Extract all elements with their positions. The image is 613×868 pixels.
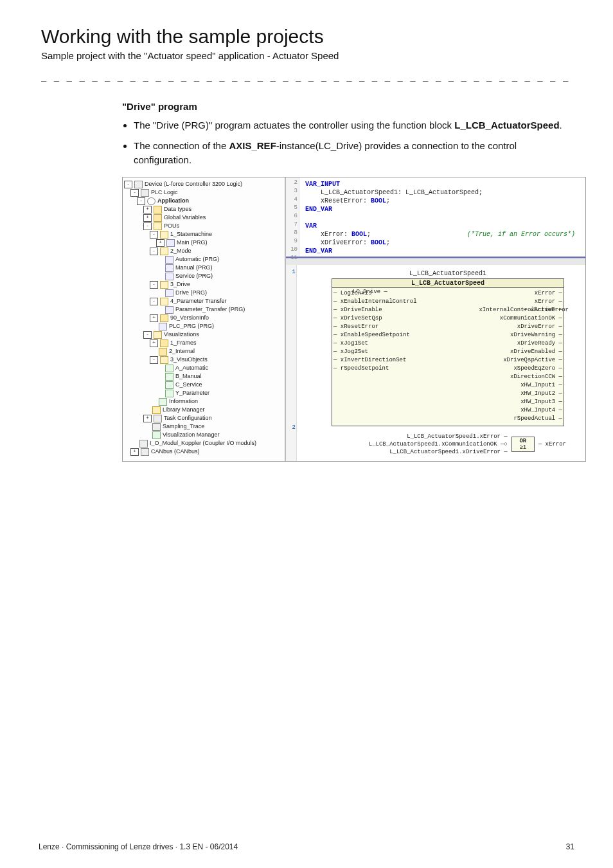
- page-title: Working with the sample projects: [41, 26, 574, 48]
- divider: _ _ _ _ _ _ _ _ _ _ _ _ _ _ _ _ _ _ _ _ …: [41, 73, 574, 83]
- tree-item: Drive (PRG): [124, 289, 283, 297]
- fb-inputs: — LogicAxis— xEnableInternalControl— xDr…: [333, 289, 417, 423]
- bullet-list: The "Drive (PRG)" program actuates the c…: [122, 118, 574, 167]
- tree-item: Manual (PRG): [124, 264, 283, 272]
- tree-item: +Data types: [124, 205, 283, 213]
- tree-item: 2_Internal: [124, 347, 283, 356]
- tree-item: Library Manager: [124, 406, 283, 414]
- fbd-pane: 1 2 LC_Drive — — xDriveError L_LCB_Actua…: [286, 265, 585, 461]
- tree-item: -POUs: [124, 222, 283, 230]
- tree-item: C_Service: [124, 381, 283, 389]
- tree-item: +90_VersionInfo: [124, 314, 283, 322]
- tree-item: Visualization Manager: [124, 431, 283, 439]
- fb-type: L_LCB_ActuatorSpeed: [332, 279, 564, 288]
- tree-item: -Visualizations: [124, 330, 283, 339]
- footer-pagenum: 31: [566, 842, 574, 851]
- tree-item: Service (PRG): [124, 272, 283, 280]
- tree-item: -Device (L-force Controller 3200 Logic): [124, 180, 283, 188]
- tree-item: B_Manual: [124, 372, 283, 381]
- tree-item: -2_Mode: [124, 247, 283, 255]
- tree-item: +Global Variables: [124, 213, 283, 222]
- declaration-code: VAR_INPUT L_LCB_ActuatorSpeed1: L_LCB_Ac…: [305, 180, 582, 255]
- bullet-1: The "Drive (PRG)" program actuates the c…: [134, 118, 574, 132]
- function-block: L_LCB_ActuatorSpeed — LogicAxis— xEnable…: [332, 278, 564, 426]
- page-subtitle: Sample project with the "Actuator speed"…: [41, 50, 574, 61]
- tree-item: Automatic (PRG): [124, 255, 283, 264]
- tree-item: Y_Parameter: [124, 389, 283, 397]
- tree-item: +1_Frames: [124, 339, 283, 347]
- tree-item: -4_Parameter Transfer: [124, 297, 283, 305]
- tree-item: -Application: [124, 197, 283, 205]
- tree-item: -3_Drive: [124, 280, 283, 289]
- splitter: [286, 258, 585, 265]
- fb-ext-right: — xDriveError: [524, 306, 569, 314]
- ide-screenshot: -Device (L-force Controller 3200 Logic)-…: [122, 177, 586, 462]
- tree-item: -1_Statemachine: [124, 230, 283, 239]
- project-tree: -Device (L-force Controller 3200 Logic)-…: [123, 177, 286, 461]
- tree-item: +Task Configuration: [124, 414, 283, 422]
- tree-item: Parameter_Transfer (PRG): [124, 305, 283, 314]
- tree-item: +CANbus (CANbus): [124, 448, 283, 456]
- tree-item: I_O_Modul_Koppler (Coupler I/O moduls): [124, 439, 283, 448]
- fb-ext-left: LC_Drive —: [353, 288, 387, 296]
- tree-item: -3_VisuObjects: [124, 356, 283, 364]
- or-box: OR ≥1: [511, 437, 535, 452]
- section-heading: "Drive" program: [122, 101, 574, 112]
- bullet-2: The connection of the AXIS_REF-instance(…: [134, 139, 574, 167]
- tree-item: A_Automatic: [124, 364, 283, 372]
- tree-item: +Main (PRG): [124, 239, 283, 247]
- tree-item: Information: [124, 397, 283, 406]
- tree-item: PLC_PRG (PRG): [124, 322, 283, 330]
- tree-item: -PLC Logic: [124, 188, 283, 197]
- page-footer: Lenze · Commissioning of Lenze drives · …: [39, 842, 574, 851]
- declaration-pane: 2 3 4 5 6 7 8 9 10 11 VAR_INPUT L_LCB_Ac…: [286, 177, 585, 258]
- fb-instance-name: L_LCB_ActuatorSpeed1: [317, 270, 579, 277]
- tree-item: Sampling_Trace: [124, 422, 283, 431]
- footer-left: Lenze · Commissioning of Lenze drives · …: [39, 842, 238, 851]
- or-network: L_LCB_ActuatorSpeed1.xError — L_LCB_Actu…: [323, 433, 566, 456]
